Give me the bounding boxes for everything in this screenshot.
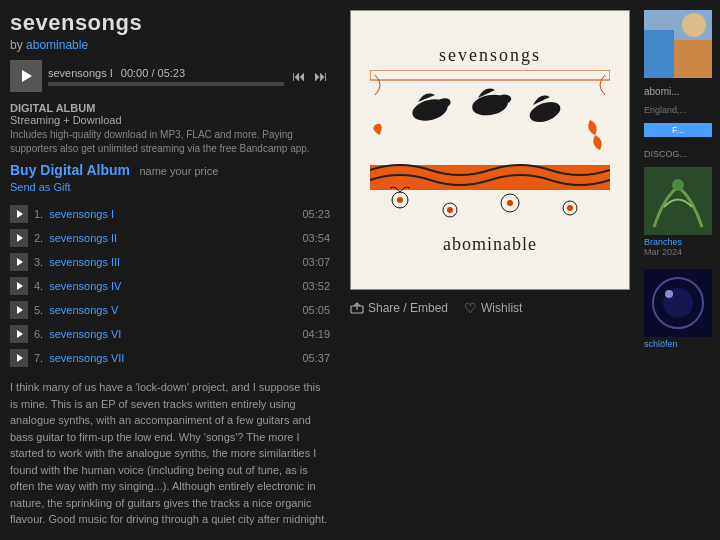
discog-title-2[interactable]: schlöfen [644,339,712,349]
wishlist-label: Wishlist [481,301,522,315]
track-name-link-2[interactable]: sevensongs II [49,232,117,244]
title-section: sevensongs by abominable [10,10,330,52]
wishlist-button[interactable]: ♡ Wishlist [464,300,522,316]
sidebar-artist-name: abomi... [644,86,716,97]
center-section: sevensongs [340,0,640,540]
stream-download-label: Streaming + Download [10,114,330,126]
svg-rect-20 [674,40,712,78]
buy-section: Buy Digital Album name your price Send a… [10,162,330,193]
follow-button[interactable]: F... [644,123,712,137]
discog-title-1[interactable]: Branches [644,237,712,247]
right-sidebar: abomi... England,... F... discog... Bran… [640,0,720,540]
svg-point-23 [672,179,684,191]
track-number-5: 5. [34,304,43,316]
by-label: by [10,38,23,52]
track-list: 1. sevensongs I 05:23 2. sevensongs II 0… [10,203,330,369]
track-duration-2: 03:54 [302,232,330,244]
track-play-button-6[interactable] [10,325,28,343]
main-content: sevensongs by abominable sevensongs I 00… [0,0,340,540]
album-art-svg [370,70,610,230]
track-play-button-5[interactable] [10,301,28,319]
track-duration-4: 03:52 [302,280,330,292]
heart-icon: ♡ [464,300,477,316]
player-info: sevensongs I 00:00 / 05:23 [48,67,284,86]
track-duration-7: 05:37 [302,352,330,364]
track-duration-1: 05:23 [302,208,330,220]
track-item: 1. sevensongs I 05:23 [10,203,330,225]
album-description: I think many of us have a 'lock-down' pr… [10,379,330,528]
track-number-2: 2. [34,232,43,244]
discog-thumb-1 [644,167,712,235]
art-artist-text: abominable [443,234,537,255]
track-name-link-1[interactable]: sevensongs I [49,208,114,220]
track-item: 3. sevensongs III 03:07 [10,251,330,273]
track-number-4: 4. [34,280,43,292]
track-duration-3: 03:07 [302,256,330,268]
svg-point-11 [447,207,453,213]
track-name-link-3[interactable]: sevensongs III [49,256,120,268]
track-item: 2. sevensongs II 03:54 [10,227,330,249]
svg-rect-19 [644,30,674,78]
track-item: 5. sevensongs V 05:05 [10,299,330,321]
track-play-button-2[interactable] [10,229,28,247]
album-actions: Share / Embed ♡ Wishlist [350,300,630,316]
svg-point-15 [567,205,573,211]
name-price-label: name your price [139,165,218,177]
track-play-button-4[interactable] [10,277,28,295]
album-title: sevensongs [10,10,330,36]
track-duration-6: 04:19 [302,328,330,340]
time-display: 00:00 / 05:23 [121,67,185,79]
track-item: 7. sevensongs VII 05:37 [10,347,330,369]
discog-date-1: Mar 2024 [644,247,712,257]
track-duration-5: 05:05 [302,304,330,316]
play-button[interactable] [10,60,42,92]
svg-rect-2 [370,165,610,190]
discog-item-1: Branches Mar 2024 [644,167,712,257]
track-play-button-3[interactable] [10,253,28,271]
discog-item-2: schlöfen [644,269,712,349]
discog-label: discog... [644,149,716,159]
includes-text: Includes high-quality download in MP3, F… [10,128,330,156]
track-name-link-5[interactable]: sevensongs V [49,304,118,316]
track-item: 4. sevensongs IV 03:52 [10,275,330,297]
track-play-button-1[interactable] [10,205,28,223]
track-number-7: 7. [34,352,43,364]
sidebar-location: England,... [644,105,716,115]
track-item: 6. sevensongs VI 04:19 [10,323,330,345]
album-info: Digital Album Streaming + Download Inclu… [10,102,330,156]
send-gift-button[interactable]: Send as Gift [10,181,71,193]
discog-thumb-2 [644,269,712,337]
track-number-3: 3. [34,256,43,268]
svg-point-21 [682,13,706,37]
share-icon [350,301,364,315]
buy-button[interactable]: Buy Digital Album [10,162,130,178]
current-track-name: sevensongs I [48,67,113,79]
player-controls: ⏮ ⏭ [290,66,330,86]
track-play-button-7[interactable] [10,349,28,367]
art-title-text: sevensongs [439,45,541,66]
player-section: sevensongs I 00:00 / 05:23 ⏮ ⏭ [10,60,330,92]
digital-album-label: Digital Album [10,102,330,114]
track-number-6: 6. [34,328,43,340]
share-embed-button[interactable]: Share / Embed [350,301,448,315]
track-name-link-7[interactable]: sevensongs VII [49,352,124,364]
svg-point-9 [397,197,403,203]
track-number-1: 1. [34,208,43,220]
artist-thumbnail [644,10,712,78]
next-button[interactable]: ⏭ [312,66,330,86]
share-embed-label: Share / Embed [368,301,448,315]
track-name-link-6[interactable]: sevensongs VI [49,328,121,340]
artist-byline: by abominable [10,38,330,52]
track-name-link-4[interactable]: sevensongs IV [49,280,121,292]
album-art: sevensongs [350,10,630,290]
artist-link[interactable]: abominable [26,38,88,52]
progress-bar[interactable] [48,82,284,86]
svg-point-27 [665,290,673,298]
svg-point-13 [507,200,513,206]
prev-button[interactable]: ⏮ [290,66,308,86]
